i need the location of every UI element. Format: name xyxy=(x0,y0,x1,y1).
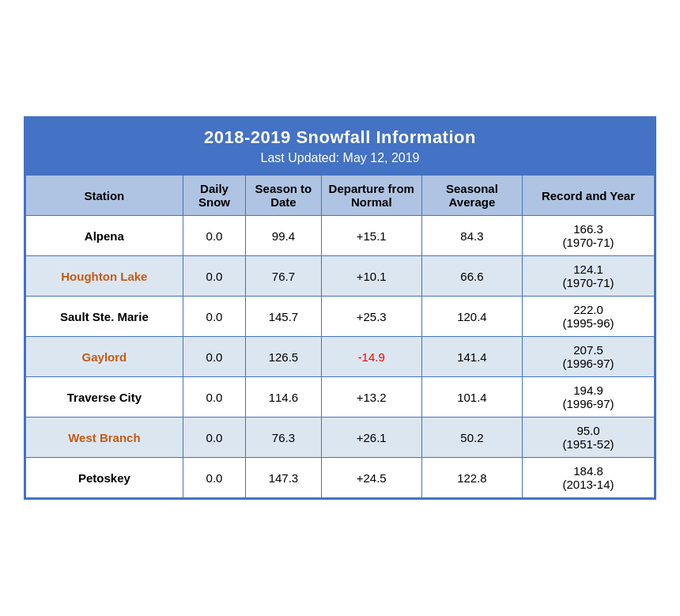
table-row: Petoskey0.0147.3+24.5122.8184.8(2013-14) xyxy=(26,458,655,498)
record-year-cell: 184.8(2013-14) xyxy=(523,458,655,498)
daily-snow-cell: 0.0 xyxy=(183,337,246,377)
table-row: Houghton Lake0.076.7+10.166.6124.1(1970-… xyxy=(26,256,655,297)
daily-snow-cell: 0.0 xyxy=(183,418,246,458)
table-row: West Branch0.076.3+26.150.295.0(1951-52) xyxy=(26,418,655,458)
departure-cell: -14.9 xyxy=(321,337,421,377)
season-to-date-cell: 99.4 xyxy=(246,216,321,256)
header-row: Station Daily Snow Season to Date Depart… xyxy=(26,176,655,216)
daily-snow-cell: 0.0 xyxy=(183,297,246,337)
seasonal-avg-cell: 120.4 xyxy=(421,297,522,337)
record-year-cell: 166.3(1970-71) xyxy=(523,216,655,256)
header-seasonal-average: Seasonal Average xyxy=(421,176,522,216)
daily-snow-cell: 0.0 xyxy=(183,458,246,498)
snowfall-table: Station Daily Snow Season to Date Depart… xyxy=(25,175,655,498)
departure-cell: +13.2 xyxy=(321,377,421,418)
daily-snow-cell: 0.0 xyxy=(183,216,246,256)
station-cell: Traverse City xyxy=(26,377,183,418)
departure-cell: +26.1 xyxy=(321,418,421,458)
seasonal-avg-cell: 50.2 xyxy=(421,418,522,458)
table-row: Traverse City0.0114.6+13.2101.4194.9(199… xyxy=(26,377,655,418)
seasonal-avg-cell: 66.6 xyxy=(421,256,522,297)
header-departure: Departure from Normal xyxy=(321,176,421,216)
record-year-cell: 222.0(1995-96) xyxy=(523,297,655,337)
departure-cell: +24.5 xyxy=(321,458,421,498)
station-cell: Sault Ste. Marie xyxy=(26,297,183,337)
seasonal-avg-cell: 84.3 xyxy=(421,216,522,256)
station-cell: Houghton Lake xyxy=(26,256,183,297)
title-section: 2018-2019 Snowfall Information Last Upda… xyxy=(25,118,655,175)
header-daily-snow: Daily Snow xyxy=(183,176,246,216)
station-cell: Petoskey xyxy=(26,458,183,498)
station-cell: West Branch xyxy=(26,418,183,458)
header-station: Station xyxy=(26,176,183,216)
departure-cell: +10.1 xyxy=(321,256,421,297)
record-year-cell: 95.0(1951-52) xyxy=(523,418,655,458)
departure-cell: +15.1 xyxy=(321,216,421,256)
station-cell: Alpena xyxy=(26,216,183,256)
main-container: 2018-2019 Snowfall Information Last Upda… xyxy=(24,116,656,500)
record-year-cell: 194.9(1996-97) xyxy=(523,377,655,418)
seasonal-avg-cell: 101.4 xyxy=(421,377,522,418)
daily-snow-cell: 0.0 xyxy=(183,377,246,418)
seasonal-avg-cell: 122.8 xyxy=(421,458,522,498)
table-row: Alpena0.099.4+15.184.3166.3(1970-71) xyxy=(26,216,655,256)
season-to-date-cell: 114.6 xyxy=(246,377,321,418)
season-to-date-cell: 126.5 xyxy=(246,337,321,377)
daily-snow-cell: 0.0 xyxy=(183,256,246,297)
header-season-to-date: Season to Date xyxy=(246,176,321,216)
sub-title: Last Updated: May 12, 2019 xyxy=(32,151,648,165)
season-to-date-cell: 145.7 xyxy=(246,297,321,337)
table-row: Sault Ste. Marie0.0145.7+25.3120.4222.0(… xyxy=(26,297,655,337)
seasonal-avg-cell: 141.4 xyxy=(421,337,522,377)
table-body: Alpena0.099.4+15.184.3166.3(1970-71)Houg… xyxy=(26,216,655,498)
record-year-cell: 207.5(1996-97) xyxy=(523,337,655,377)
season-to-date-cell: 147.3 xyxy=(246,458,321,498)
main-title: 2018-2019 Snowfall Information xyxy=(32,127,648,148)
season-to-date-cell: 76.3 xyxy=(246,418,321,458)
station-cell: Gaylord xyxy=(26,337,183,377)
season-to-date-cell: 76.7 xyxy=(246,256,321,297)
table-row: Gaylord0.0126.5-14.9141.4207.5(1996-97) xyxy=(26,337,655,377)
header-record-year: Record and Year xyxy=(523,176,655,216)
departure-cell: +25.3 xyxy=(321,297,421,337)
record-year-cell: 124.1(1970-71) xyxy=(523,256,655,297)
